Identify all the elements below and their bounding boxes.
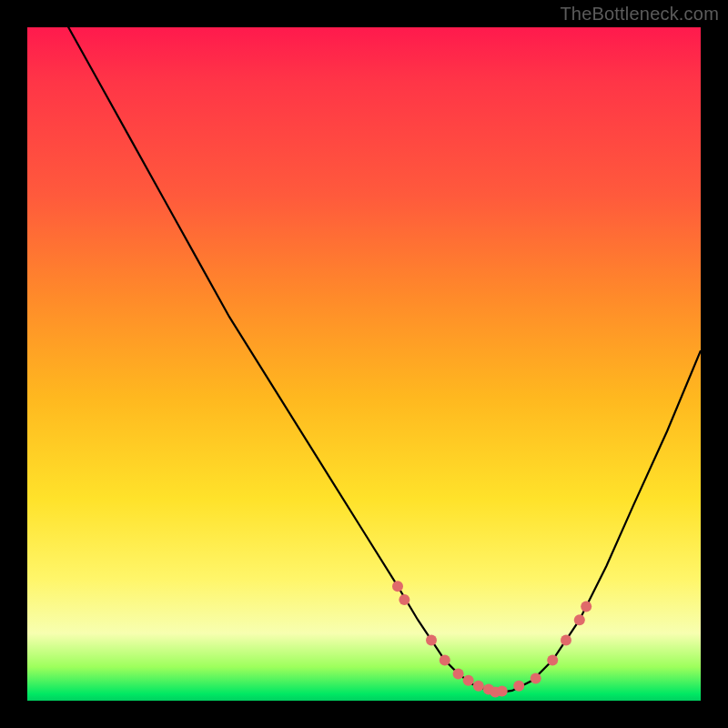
- marker-dot: [453, 668, 464, 679]
- plot-area: [27, 27, 701, 701]
- marker-dot: [392, 581, 403, 592]
- highlight-markers: [392, 581, 592, 697]
- marker-dot: [531, 673, 541, 684]
- marker-dot: [561, 634, 571, 645]
- bottleneck-chart-svg: [27, 27, 701, 701]
- marker-dot: [399, 594, 410, 605]
- marker-dot: [426, 634, 437, 645]
- marker-dot: [440, 655, 450, 666]
- marker-dot: [497, 686, 508, 697]
- marker-dot: [581, 601, 592, 612]
- chart-frame: TheBottleneck.com: [0, 0, 728, 728]
- marker-dot: [473, 681, 484, 692]
- marker-dot: [463, 675, 474, 686]
- bottleneck-curve: [27, 27, 701, 693]
- marker-dot: [513, 681, 524, 692]
- watermark-text: TheBottleneck.com: [560, 4, 719, 25]
- marker-dot: [547, 655, 558, 666]
- marker-dot: [574, 614, 585, 625]
